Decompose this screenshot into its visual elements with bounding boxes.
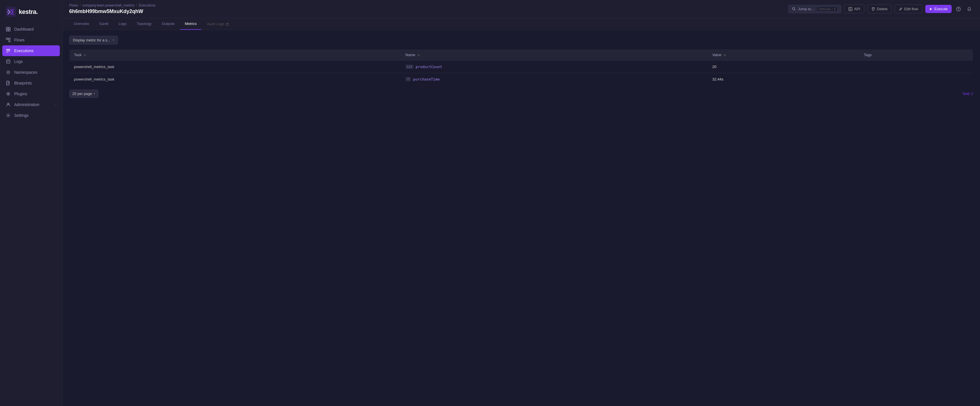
delete-icon	[872, 7, 875, 11]
col-header-name[interactable]: Name ⇅	[401, 49, 708, 61]
table-row: powershell_metrics_task 123 productCount…	[70, 61, 973, 73]
tab-overview[interactable]: Overview	[69, 18, 94, 30]
sidebar-item-administration[interactable]: Administration ›	[0, 99, 62, 110]
breadcrumb: Flows / company.team.powershell_metrics …	[69, 3, 156, 7]
svg-rect-8	[6, 38, 8, 40]
sidebar-item-logs[interactable]: Logs	[0, 56, 62, 67]
api-icon	[848, 7, 853, 11]
svg-rect-14	[6, 60, 10, 63]
dashboard-icon	[6, 27, 11, 32]
svg-point-20	[8, 115, 9, 116]
sidebar-item-executions[interactable]: Executions	[2, 45, 60, 56]
per-page-selector[interactable]: 25 per page ▾	[69, 89, 99, 98]
search-box[interactable]: Jump to... Ctrl/Cmd + K	[788, 5, 842, 13]
sidebar-item-executions-label: Executions	[14, 48, 33, 53]
header-actions: Jump to... Ctrl/Cmd + K API Delete Edit …	[788, 5, 973, 13]
sidebar: kestra. Dashboard Flows Executions Logs …	[0, 0, 62, 406]
sidebar-item-plugins[interactable]: Plugins	[0, 88, 62, 99]
tab-gantt[interactable]: Gantt	[95, 18, 113, 30]
col-header-value[interactable]: Value ⇅	[708, 49, 859, 61]
edit-flow-button-label: Edit flow	[904, 7, 918, 11]
svg-point-2	[13, 9, 14, 10]
breadcrumb-flows[interactable]: Flows	[69, 3, 78, 7]
blueprints-icon	[6, 81, 11, 86]
tab-metrics[interactable]: Metrics	[180, 18, 201, 30]
metric-filter-dropdown[interactable]: Display metric for a s... ▾	[69, 36, 118, 45]
metrics-table: Task ⇅ Name ⇅ Value ⇅ Tags	[69, 49, 973, 86]
sidebar-item-namespaces-label: Namespaces	[14, 70, 37, 75]
svg-rect-12	[6, 51, 10, 51]
page-header: Flows / company.team.powershell_metrics …	[62, 0, 980, 18]
breadcrumb-sep-1: /	[80, 3, 81, 7]
metric-name-text-1: productCount	[416, 65, 442, 69]
executions-icon	[6, 48, 11, 53]
chevron-down-icon: ▾	[113, 38, 114, 42]
delete-button[interactable]: Delete	[867, 5, 892, 13]
sidebar-item-flows[interactable]: Flows	[0, 35, 62, 45]
svg-point-1	[7, 11, 8, 13]
svg-point-21	[792, 8, 795, 10]
name-cell-2: ⏱ purchaseTime	[401, 73, 708, 86]
settings-icon	[6, 113, 11, 118]
table-row: powershell_metrics_task ⏱ purchaseTime 3…	[70, 73, 973, 86]
per-page-arrow-icon: ▾	[94, 92, 95, 96]
sidebar-item-dashboard[interactable]: Dashboard	[0, 24, 62, 35]
table-header: Task ⇅ Name ⇅ Value ⇅ Tags	[70, 49, 973, 61]
help-icon	[956, 7, 961, 11]
per-page-label: 25 per page	[72, 92, 92, 96]
tab-audit-logs-label: Audit Logs	[207, 22, 224, 26]
edit-icon	[899, 7, 903, 11]
svg-point-19	[8, 103, 9, 105]
metric-type-icon-2: ⏱	[406, 77, 411, 81]
sort-icon-task: ⇅	[84, 54, 86, 57]
help-button[interactable]	[955, 5, 963, 13]
metric-name-text-2: purchaseTime	[413, 77, 440, 81]
svg-rect-0	[6, 7, 16, 17]
breadcrumb-executions[interactable]: Executions	[139, 3, 156, 7]
sidebar-item-settings[interactable]: Settings	[0, 110, 62, 121]
page-title: 6h6mbH99bmw5MxuKdy2qhW	[69, 8, 156, 14]
tab-logs[interactable]: Logs	[114, 18, 131, 30]
search-icon	[792, 7, 796, 11]
execute-button-label: Execute	[934, 7, 948, 11]
tab-topology[interactable]: Topology	[132, 18, 156, 30]
sidebar-item-blueprints-label: Blueprints	[14, 81, 32, 85]
breadcrumb-namespace[interactable]: company.team.powershell_metrics	[83, 3, 135, 7]
tags-cell-1	[859, 61, 973, 73]
breadcrumb-sep-2: /	[137, 3, 137, 7]
svg-point-15	[7, 72, 9, 73]
search-shortcut: Ctrl/Cmd + K	[816, 7, 838, 11]
edit-flow-button[interactable]: Edit flow	[895, 5, 923, 13]
logs-icon	[6, 59, 11, 64]
col-header-task[interactable]: Task ⇅	[70, 49, 401, 61]
delete-button-label: Delete	[877, 7, 888, 11]
filter-label: Display metric for a s...	[73, 38, 110, 42]
svg-rect-10	[9, 41, 10, 42]
kestra-logo-icon	[6, 7, 16, 17]
svg-rect-4	[6, 27, 8, 29]
tab-outputs[interactable]: Outputs	[157, 18, 179, 30]
content-area: Display metric for a s... ▾ Task ⇅ Name …	[62, 30, 980, 406]
table-body: powershell_metrics_task 123 productCount…	[70, 61, 973, 86]
svg-point-16	[6, 71, 10, 74]
svg-rect-25	[226, 24, 229, 25]
sidebar-item-namespaces[interactable]: Namespaces	[0, 67, 62, 78]
task-cell-1: powershell_metrics_task	[70, 61, 401, 73]
header-left: Flows / company.team.powershell_metrics …	[69, 3, 156, 14]
search-label: Jump to...	[798, 7, 814, 11]
api-button[interactable]: API	[844, 5, 864, 13]
execute-button[interactable]: Execute	[925, 5, 951, 13]
lock-icon	[226, 22, 229, 26]
sidebar-item-dashboard-label: Dashboard	[14, 27, 34, 32]
notifications-button[interactable]	[965, 5, 973, 13]
value-cell-1: 20	[708, 61, 859, 73]
api-button-label: API	[854, 7, 860, 11]
sidebar-item-logs-label: Logs	[14, 59, 23, 64]
pagination-area: 25 per page ▾ Total: 2	[69, 89, 973, 98]
flows-icon	[6, 37, 11, 43]
sidebar-item-blueprints[interactable]: Blueprints	[0, 78, 62, 88]
svg-point-18	[8, 93, 9, 95]
task-cell-2: powershell_metrics_task	[70, 73, 401, 86]
logo-area: kestra.	[0, 5, 62, 24]
svg-rect-13	[6, 52, 8, 53]
